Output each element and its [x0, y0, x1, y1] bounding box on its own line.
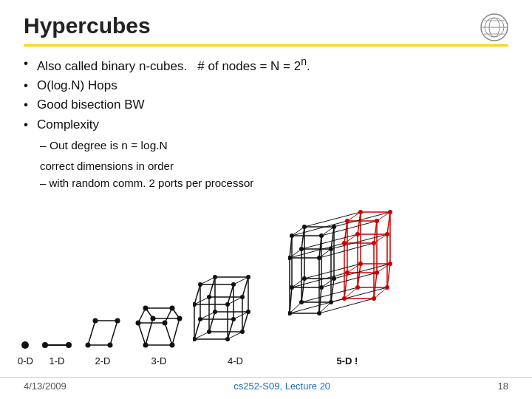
svg-point-75 [231, 317, 236, 321]
svg-point-166 [290, 233, 294, 238]
svg-point-181 [329, 300, 333, 304]
svg-point-180 [299, 300, 304, 304]
slide: Hypercubes Also called binary n-cubes. #… [0, 0, 532, 399]
svg-point-70 [198, 282, 202, 287]
svg-point-193 [385, 232, 389, 236]
svg-point-15 [107, 343, 112, 348]
svg-point-171 [319, 285, 324, 290]
svg-point-71 [231, 282, 236, 287]
bullet-list: Also called binary n-cubes. # of nodes =… [24, 54, 508, 134]
svg-point-30 [143, 306, 148, 311]
svg-point-176 [299, 247, 304, 251]
svg-line-28 [138, 323, 146, 345]
svg-point-175 [332, 225, 336, 229]
svg-point-34 [150, 316, 155, 321]
svg-point-83 [246, 310, 250, 314]
svg-point-196 [355, 285, 360, 290]
dim-4d-label: 4-D [228, 355, 243, 366]
dim-2d: 2-D [81, 312, 125, 366]
svg-point-33 [162, 321, 167, 326]
svg-line-51 [209, 277, 215, 297]
svg-line-48 [228, 319, 233, 339]
svg-point-17 [115, 318, 120, 324]
bullet-1: Also called binary n-cubes. # of nodes =… [24, 54, 508, 76]
dim-3d-label: 3-D [151, 355, 166, 366]
svg-point-73 [225, 302, 230, 307]
sub-bullet-1: – Out degree is n = log.N [40, 139, 508, 152]
svg-point-37 [169, 343, 174, 348]
svg-point-9 [66, 342, 72, 348]
svg-point-76 [193, 337, 197, 341]
svg-line-146 [347, 264, 361, 273]
svg-point-74 [198, 317, 202, 321]
svg-line-153 [319, 243, 374, 258]
svg-point-179 [332, 276, 336, 281]
svg-point-189 [372, 296, 376, 301]
svg-point-79 [246, 275, 250, 279]
dim-5d: 5-D ! [288, 206, 406, 366]
svg-line-39 [194, 284, 200, 304]
svg-point-184 [342, 241, 347, 245]
svg-point-14 [85, 343, 90, 348]
svg-line-152 [290, 243, 344, 258]
dim-0d: 0-D [18, 323, 33, 366]
svg-point-6 [21, 341, 29, 349]
svg-point-36 [143, 343, 148, 348]
svg-point-35 [177, 316, 182, 321]
svg-point-8 [42, 342, 48, 348]
svg-line-40 [228, 284, 233, 304]
svg-line-145 [374, 234, 387, 243]
svg-point-170 [290, 285, 294, 290]
dim-4d: 4-D [193, 271, 278, 366]
svg-point-174 [302, 225, 307, 229]
slide-header: Hypercubes [24, 13, 508, 47]
footer-date: 4/13/2009 [24, 381, 66, 392]
svg-point-190 [358, 210, 363, 214]
svg-line-59 [209, 312, 215, 332]
svg-point-81 [240, 295, 245, 299]
bullet-3: Good bisection BW [24, 95, 508, 115]
svg-line-13 [110, 321, 117, 345]
diagrams-area: 0-D 1-D [18, 206, 517, 366]
svg-point-77 [225, 337, 230, 341]
svg-line-29 [165, 323, 172, 345]
svg-point-182 [345, 219, 349, 223]
svg-point-186 [345, 270, 349, 275]
slide-title: Hypercubes [24, 13, 151, 38]
dim-3d: 3-D [132, 302, 185, 366]
svg-point-82 [213, 310, 217, 314]
svg-line-24 [172, 318, 180, 345]
dim-0d-label: 0-D [18, 355, 33, 366]
svg-point-188 [342, 296, 347, 301]
footer-page: 18 [498, 381, 508, 392]
svg-line-12 [88, 321, 95, 345]
svg-point-197 [385, 285, 389, 290]
bullet-4: Complexity [24, 115, 508, 134]
svg-point-84 [207, 330, 211, 334]
svg-line-52 [242, 277, 248, 297]
svg-line-143 [377, 212, 390, 221]
svg-point-185 [372, 241, 376, 245]
footer-center: cs252-S09, Lecture 20 [233, 381, 330, 392]
svg-point-31 [169, 306, 174, 311]
svg-line-142 [347, 212, 361, 221]
svg-point-183 [375, 219, 379, 223]
svg-point-177 [329, 247, 333, 251]
svg-line-144 [344, 234, 358, 243]
svg-point-32 [135, 321, 140, 326]
bullet-2: O(log.N) Hops [24, 76, 508, 95]
svg-point-167 [319, 233, 324, 238]
svg-point-78 [213, 275, 217, 279]
svg-point-72 [193, 302, 197, 307]
svg-line-47 [194, 319, 200, 339]
svg-line-60 [242, 312, 248, 332]
slide-footer: 4/13/2009 cs252-S09, Lecture 20 18 [0, 377, 532, 392]
dim-1d-label: 1-D [49, 355, 64, 366]
svg-point-169 [317, 256, 321, 260]
svg-point-192 [355, 232, 360, 236]
logo-icon [480, 13, 508, 41]
svg-point-85 [240, 330, 245, 334]
svg-point-191 [388, 210, 392, 214]
svg-point-194 [358, 262, 363, 266]
dim-5d-label: 5-D ! [337, 355, 358, 366]
